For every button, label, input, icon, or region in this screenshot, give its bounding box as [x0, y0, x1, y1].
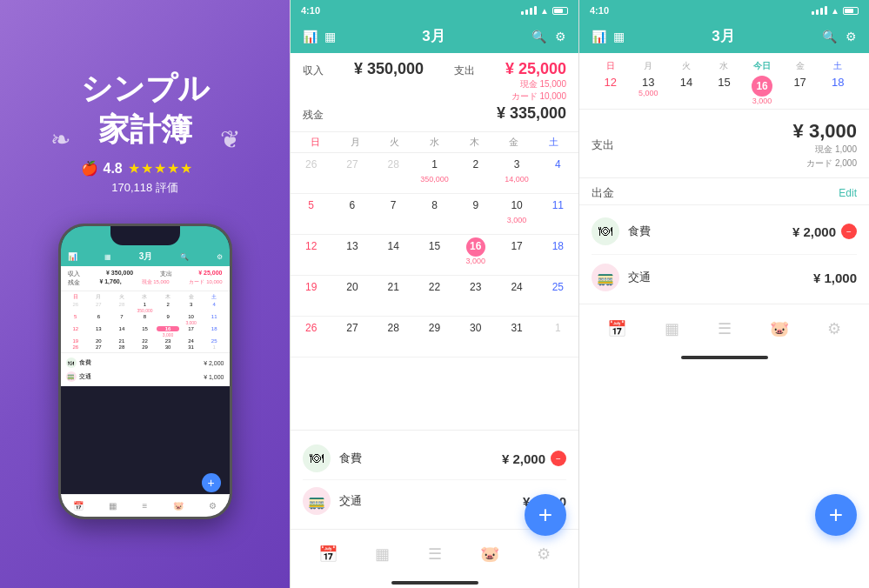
cal-cell-31[interactable]: 31: [496, 317, 537, 357]
right-items: 🍽 食費 ¥ 2,000 − 🚃 交通 ¥ 1,000: [579, 205, 869, 304]
mid-search-icon[interactable]: 🔍: [531, 30, 546, 43]
phone-fab[interactable]: +: [202, 473, 221, 492]
cal-cell-14[interactable]: 14: [373, 235, 414, 275]
right-food-delete[interactable]: −: [841, 224, 857, 239]
mid-table-icon[interactable]: ▦: [324, 30, 336, 43]
phone-bottom-settings[interactable]: ⚙: [209, 501, 217, 511]
phone-expense-label: 支出: [160, 270, 172, 278]
cal-cell-20[interactable]: 20: [331, 276, 372, 316]
right-fab[interactable]: +: [815, 494, 857, 536]
right-chart-icon[interactable]: 📊: [592, 30, 606, 43]
r-date-15[interactable]: 15: [705, 76, 744, 105]
r-date-16[interactable]: 16 3,000: [743, 76, 781, 105]
cal-cell-29[interactable]: 29: [414, 317, 455, 357]
cal-cell-10[interactable]: 103,000: [496, 194, 537, 234]
signal-bar2: [525, 10, 528, 15]
cal-cell-18[interactable]: 18: [538, 235, 578, 275]
cal-cell-28b[interactable]: 28: [373, 317, 414, 357]
right-bottom-calendar[interactable]: 📅: [607, 319, 626, 338]
right-out-header: 出金 Edit: [579, 178, 869, 205]
r-date-13[interactable]: 13 5,000: [630, 76, 668, 105]
cal-thu: 木: [454, 136, 494, 149]
mid-status-bar: 4:10 ▲: [291, 0, 578, 17]
phone-bottom-list[interactable]: ≡: [143, 501, 148, 511]
r-day-sun: 日: [592, 60, 630, 72]
phone-filter-icon: ⚙: [217, 253, 223, 261]
cal-cell-5[interactable]: 5: [291, 194, 331, 234]
cal-grid: 26 27 28 1350,000 2 314,000 4 5 6 7 8 9 …: [291, 153, 578, 357]
mid-fab[interactable]: +: [525, 494, 566, 536]
right-bottom-piggy[interactable]: 🐷: [770, 319, 789, 338]
cal-cell-4[interactable]: 4: [538, 153, 578, 193]
r-date-18[interactable]: 18: [819, 76, 857, 105]
cal-cell-16[interactable]: 163,000: [455, 235, 496, 275]
cal-cell-12[interactable]: 12: [291, 235, 331, 275]
mid-food-delete[interactable]: −: [551, 451, 566, 466]
mid-food-right: ¥ 2,000 −: [502, 451, 566, 466]
cal-cell-13[interactable]: 13: [331, 235, 372, 275]
r-date-12[interactable]: 12: [592, 76, 630, 105]
phone-bottom-table[interactable]: ▦: [109, 501, 117, 511]
cal-cell-23[interactable]: 23: [455, 276, 496, 316]
cal-cell-19[interactable]: 19: [291, 276, 331, 316]
cal-cell-15[interactable]: 15: [414, 235, 455, 275]
mid-status-right: ▲: [521, 6, 568, 16]
cal-cell-11[interactable]: 11: [538, 194, 578, 234]
right-trans-left: 🚃 交通: [592, 264, 651, 291]
mid-bottom-piggy[interactable]: 🐷: [480, 545, 499, 564]
r-signal-bar2: [816, 10, 819, 15]
food-icon-mini: 🍽: [66, 357, 77, 368]
r-date-17[interactable]: 17: [781, 76, 819, 105]
review-count: 170,118 評価: [81, 180, 210, 196]
cal-cell-1b[interactable]: 1: [538, 317, 578, 357]
mid-bottom-calendar[interactable]: 📅: [318, 545, 338, 564]
right-table-icon[interactable]: ▦: [613, 30, 625, 43]
mid-income-value: ¥ 350,000: [354, 60, 424, 78]
mid-chart-icon[interactable]: 📊: [303, 30, 318, 43]
cal-cell-1[interactable]: 1350,000: [414, 153, 455, 193]
cal-cell-28a[interactable]: 28: [373, 153, 414, 193]
cal-cell-27a[interactable]: 27: [331, 153, 372, 193]
phone-chart-icon: 📊: [68, 252, 77, 261]
cal-cell-30[interactable]: 30: [455, 317, 496, 357]
cal-cell-6[interactable]: 6: [331, 194, 372, 234]
cal-cell-26b[interactable]: 26: [291, 317, 331, 357]
mid-header-right: 🔍 ⚙: [531, 30, 566, 43]
cal-cell-25[interactable]: 25: [538, 276, 578, 316]
cal-cell-24[interactable]: 24: [496, 276, 537, 316]
phone-bottom-piggy[interactable]: 🐷: [173, 501, 184, 511]
phone-food-amount: ¥ 2,000: [204, 360, 224, 366]
mid-filter-icon[interactable]: ⚙: [555, 30, 566, 43]
cal-cell-8[interactable]: 8: [414, 194, 455, 234]
phone-card-detail: カード 10,000: [189, 278, 222, 287]
mid-bottom-table[interactable]: ▦: [375, 545, 390, 564]
cal-cell-9[interactable]: 9: [455, 194, 496, 234]
right-battery: [843, 7, 859, 15]
cal-cell-17[interactable]: 17: [496, 235, 537, 275]
cal-cell-26a[interactable]: 26: [291, 153, 331, 193]
right-bottom-table[interactable]: ▦: [665, 319, 679, 338]
r-day-today: 今日: [743, 60, 781, 72]
cal-week-2: 5 6 7 8 9 103,000 11: [291, 194, 578, 235]
cal-week-1: 26 27 28 1350,000 2 314,000 4: [291, 153, 578, 194]
right-bottom-settings[interactable]: ⚙: [827, 319, 841, 338]
cal-cell-21[interactable]: 21: [373, 276, 414, 316]
mid-bottom-settings[interactable]: ⚙: [537, 545, 551, 564]
right-edit-btn[interactable]: Edit: [839, 187, 857, 199]
cal-cell-7[interactable]: 7: [373, 194, 414, 234]
right-filter-icon[interactable]: ⚙: [846, 30, 857, 43]
phone-items: 🍽 食費 ¥ 2,000 🚃 交通 ¥ 1,000: [61, 352, 230, 386]
mid-bottom-list[interactable]: ☰: [428, 545, 442, 564]
cal-cell-22[interactable]: 22: [414, 276, 455, 316]
right-trans-label: 交通: [628, 270, 651, 285]
phone-income-label: 収入: [68, 270, 80, 278]
signal-bar3: [530, 8, 532, 15]
r-day-mon: 月: [630, 60, 668, 72]
right-bottom-list[interactable]: ☰: [718, 319, 732, 338]
right-search-icon[interactable]: 🔍: [822, 30, 837, 43]
cal-cell-27b[interactable]: 27: [331, 317, 372, 357]
phone-bottom-calendar[interactable]: 📅: [73, 501, 84, 511]
r-date-14[interactable]: 14: [667, 76, 705, 105]
cal-cell-2[interactable]: 2: [455, 153, 496, 193]
cal-cell-3[interactable]: 314,000: [496, 153, 537, 193]
